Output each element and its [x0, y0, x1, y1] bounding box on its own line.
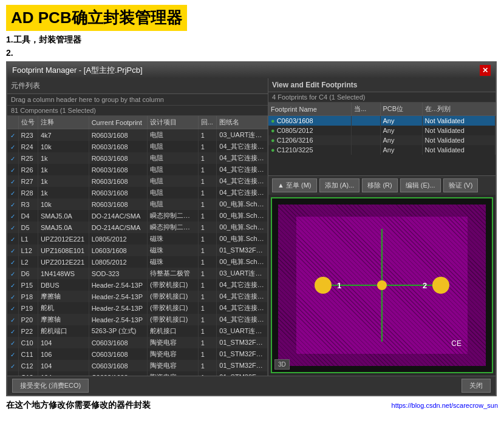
comment-cell: 舵机: [38, 302, 89, 314]
footprint-cell: Header-2.54-13P: [89, 314, 147, 325]
subtitle1: 1.工具，封装管理器: [6, 35, 498, 46]
ref-cell: C10: [18, 337, 38, 348]
col5-cell: 1: [198, 360, 217, 371]
schematic-cell: 00_电算.SchDoc: [217, 233, 268, 245]
fp-row[interactable]: ●C0603/1608 Any Not Validated: [268, 116, 495, 126]
col5-cell: 1: [198, 337, 217, 348]
col5-cell: 1: [198, 302, 217, 314]
design-cell: 待整基二极管: [148, 268, 199, 279]
close-button[interactable]: ✕: [480, 65, 491, 76]
schematic-cell: 04_其它连接器.Sch: [217, 164, 268, 175]
check-cell: ✓: [7, 371, 18, 376]
design-cell: 陶瓷电容: [148, 337, 199, 348]
ref-cell: R3: [18, 198, 38, 210]
table-row[interactable]: ✓ L12 UPZ1608E101 L0603/1608 磁珠 1 01_STM…: [7, 245, 268, 256]
action-button-4[interactable]: 验证 (V): [443, 178, 478, 192]
close-dialog-button[interactable]: 关闭: [461, 379, 491, 393]
table-row[interactable]: ✓ R23 4k7 R0603/1608 电阻 1 03_UART连接器.Sd: [7, 129, 268, 141]
fp-pcb-cell: Any: [380, 116, 422, 126]
action-button-2[interactable]: 移除 (R): [362, 178, 397, 192]
footprint-cell: R0603/1608: [89, 129, 147, 141]
dialog-title: Footprint Manager - [A型主控.PrjPcb]: [12, 65, 143, 76]
col5-cell: 1: [198, 175, 217, 187]
fp-col-name: Footprint Name: [268, 103, 352, 116]
col-schematic: 图纸名: [217, 116, 268, 129]
fp-col-status: 在...列别: [422, 103, 495, 116]
action-button-1[interactable]: 添加 (A)...: [319, 178, 360, 192]
table-row[interactable]: ✓ P22 舵机端口 5263-3P (立式) 舵机接口 1 03_UART连接…: [7, 325, 268, 337]
ref-cell: D4: [18, 210, 38, 222]
table-row[interactable]: ✓ R28 1k R0603/1608 电阻 1 04_其它连接器.Sch: [7, 187, 268, 198]
schematic-cell: 04_其它连接器.Sch: [217, 175, 268, 187]
col5-cell: 1: [198, 291, 217, 302]
pad1: [315, 277, 332, 294]
table-row[interactable]: ✓ D5 SMAJ5.0A DO-214AC/SMA 瞬态抑制二极管 1 00_…: [7, 222, 268, 233]
fp-cur-cell: [352, 135, 380, 145]
footprint-cell: R0603/1608: [89, 152, 147, 164]
check-cell: ✓: [7, 164, 18, 175]
fp-row[interactable]: ●C1210/3225 Any Not Validated: [268, 145, 495, 155]
schematic-cell: 00_电算.SchDoc: [217, 210, 268, 222]
ref-cell: L1: [18, 233, 38, 245]
table-row[interactable]: ✓ P19 舵机 Header-2.54-13P (带胶机接口) 1 04_其它…: [7, 302, 268, 314]
footprint-cell: SOD-323: [89, 268, 147, 279]
table-row[interactable]: ✓ P20 摩擦轴 Header-2.54-13P (带胶机接口) 1 04_其…: [7, 314, 268, 325]
table-row[interactable]: ✓ C13 104 C0603/1608 陶瓷电容 1 01_STM32F4最小…: [7, 371, 268, 376]
table-row[interactable]: ✓ C12 104 C0603/1608 陶瓷电容 1 01_STM32F4最小…: [7, 360, 268, 371]
ref-cell: R24: [18, 141, 38, 152]
comment-cell: 1k: [38, 164, 89, 175]
action-button-3[interactable]: 编辑 (E)...: [400, 178, 441, 192]
table-row[interactable]: ✓ R26 1k R0603/1608 电阻 1 04_其它连接器.Sch: [7, 164, 268, 175]
pad-center: [377, 280, 387, 290]
col5-cell: 1: [198, 314, 217, 325]
pcb-board: 1 2 CE: [278, 205, 486, 366]
col5-cell: 1: [198, 256, 217, 268]
table-row[interactable]: ✓ L1 UPZ2012E221 L0805/2012 磁珠 1 00_电算.S…: [7, 233, 268, 245]
fp-row[interactable]: ●C0805/2012 Any Not Validated: [268, 126, 495, 135]
footprint-count: 4 Footprints for C4 (1 Selected): [268, 92, 495, 103]
fp-row[interactable]: ●C1206/3216 Any Not Validated: [268, 135, 495, 145]
table-row[interactable]: ✓ L2 UPZ2012E221 L0805/2012 磁珠 1 00_电算.S…: [7, 256, 268, 268]
fp-status-cell: Not Validated: [422, 135, 495, 145]
col-footprint: Current Footprint: [89, 116, 147, 129]
table-row[interactable]: ✓ D6 1N4148WS SOD-323 待整基二极管 1 03_UART连接…: [7, 268, 268, 279]
pad2: [432, 277, 449, 294]
footprint-cell: R0603/1608: [89, 175, 147, 187]
col5-cell: 1: [198, 371, 217, 376]
ref-cell: D5: [18, 222, 38, 233]
table-row[interactable]: ✓ R24 10k R0603/1608 电阻 1 04_其它连接器.Sch: [7, 141, 268, 152]
design-cell: (带胶机接口): [148, 314, 199, 325]
component-list-header: 元件列表: [7, 78, 268, 94]
fp-status-cell: Not Validated: [422, 145, 495, 155]
drag-hint: Drag a column header here to group by th…: [7, 94, 268, 106]
design-cell: (带胶机接口): [148, 302, 199, 314]
check-cell: ✓: [7, 198, 18, 210]
component-table: 位号 注释 Current Footprint 设计项目 回... 图纸名 ✓ …: [7, 116, 268, 376]
table-row[interactable]: ✓ C11 106 C0603/1608 陶瓷电容 1 01_STM32F4最小…: [7, 348, 268, 360]
ref-cell: C13: [18, 371, 38, 376]
col5-cell: 1: [198, 210, 217, 222]
footprint-cell: Header-2.54-13P: [89, 302, 147, 314]
table-row[interactable]: ✓ R25 1k R0603/1608 电阻 1 04_其它连接器.Sch: [7, 152, 268, 164]
check-cell: ✓: [7, 245, 18, 256]
table-row[interactable]: ✓ D4 SMAJ5.0A DO-214AC/SMA 瞬态抑制二极管 1 00_…: [7, 210, 268, 222]
table-row[interactable]: ✓ P15 DBUS Header-2.54-13P (带胶机接口) 1 04_…: [7, 279, 268, 291]
table-row[interactable]: ✓ C10 104 C0603/1608 陶瓷电容 1 01_STM32F4最小…: [7, 337, 268, 348]
footprint-cell: L0805/2012: [89, 256, 147, 268]
three-d-button[interactable]: 3D: [274, 359, 290, 370]
col-num: 回...: [198, 116, 217, 129]
accept-changes-button[interactable]: 接受变化 (消费ECO): [12, 379, 89, 393]
action-button-0[interactable]: ▲ 至单 (M): [272, 178, 317, 192]
table-row[interactable]: ✓ P18 摩擦轴 Header-2.54-13P (带胶机接口) 1 04_其…: [7, 291, 268, 302]
col5-cell: 1: [198, 187, 217, 198]
footprint-cell: C0603/1608: [89, 337, 147, 348]
design-cell: 磁珠: [148, 233, 199, 245]
schematic-cell: 04_其它连接器.Sch: [217, 291, 268, 302]
comment-cell: UPZ2012E221: [38, 233, 89, 245]
footprint-cell: C0603/1608: [89, 371, 147, 376]
design-cell: 陶瓷电容: [148, 348, 199, 360]
design-cell: 电阻: [148, 141, 199, 152]
check-cell: ✓: [7, 222, 18, 233]
table-row[interactable]: ✓ R3 10k R0603/1608 电阻 1 00_电算.SchDoc: [7, 198, 268, 210]
table-row[interactable]: ✓ R27 1k R0603/1608 电阻 1 04_其它连接器.Sch: [7, 175, 268, 187]
